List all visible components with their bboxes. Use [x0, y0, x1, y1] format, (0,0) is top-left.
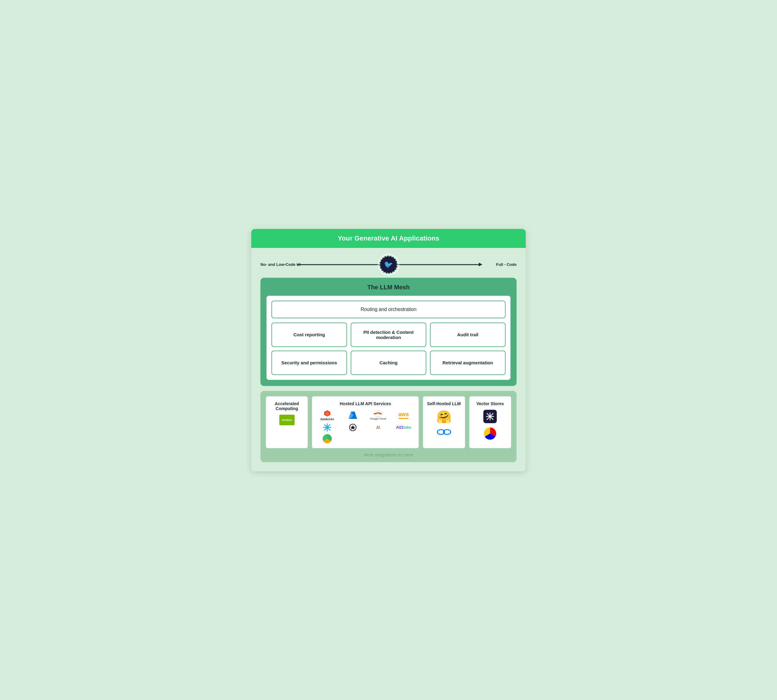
- grok-emoji: 🤗: [436, 410, 452, 424]
- azure-logo: [348, 411, 357, 420]
- routing-box: Routing and orchestration: [272, 301, 505, 318]
- aws-logo: aws: [398, 411, 409, 419]
- nvidia-logo: NVIDIA: [279, 415, 295, 426]
- openai-logo: [348, 423, 357, 432]
- vector-stores-title: Vector Stores: [473, 401, 507, 406]
- integrations-grid: Accelerated Computing NVIDIA: [265, 396, 512, 449]
- audit-trail-cell: Audit trail: [430, 323, 505, 347]
- cohere-logo: [323, 434, 332, 443]
- google-cloud-logo: Google Cloud: [370, 410, 386, 420]
- features-grid: Cost reporting PII detection & Content m…: [272, 323, 505, 375]
- integrations-section: Accelerated Computing NVIDIA: [260, 391, 517, 462]
- marqo-logo: [484, 410, 497, 423]
- self-hosted-box: Self-Hosted LLM 🤗: [422, 396, 465, 449]
- databricks-logo: databricks: [320, 410, 334, 421]
- spectrum-bar: No- and Low-Code UI 🐦 Full - Code: [260, 254, 517, 275]
- cost-reporting-cell: Cost reporting: [272, 323, 347, 347]
- main-container: Your Generative AI Applications No- and …: [251, 229, 526, 471]
- svg-rect-8: [377, 413, 379, 414]
- pii-detection-cell: PII detection & Content moderation: [351, 323, 426, 347]
- ai21-logo: AI21labs: [396, 425, 411, 430]
- svg-rect-9: [379, 413, 382, 414]
- more-integrations-text: More integrations to come: [265, 452, 512, 457]
- llm-mesh-title: The LLM Mesh: [267, 284, 510, 291]
- self-hosted-title: Self-Hosted LLM: [427, 401, 461, 406]
- vector-stores-box: Vector Stores: [469, 396, 512, 449]
- bird-logo-circle: 🐦: [379, 255, 398, 274]
- anthropic-logo: A\: [376, 425, 380, 430]
- spectrum-left-label: No- and Low-Code UI: [260, 262, 300, 267]
- svg-text:NVIDIA: NVIDIA: [282, 418, 292, 422]
- content-area: No- and Low-Code UI 🐦 Full - Code The LL…: [251, 248, 526, 471]
- multi-color-logo: [484, 427, 496, 440]
- meta-logo: [436, 428, 452, 437]
- hosted-title: Hosted LLM API Services: [316, 401, 415, 406]
- llm-mesh-section: The LLM Mesh Routing and orchestration C…: [260, 278, 517, 386]
- llm-mesh-white-box: Routing and orchestration Cost reporting…: [267, 296, 510, 380]
- retrieval-cell: Retrieval augmentation: [430, 351, 505, 375]
- perplexity-logo: [323, 423, 332, 432]
- top-header: Your Generative AI Applications: [251, 229, 526, 248]
- security-cell: Security and permissions: [272, 351, 347, 375]
- spectrum-right-label: Full - Code: [496, 262, 517, 267]
- page-title: Your Generative AI Applications: [257, 235, 520, 242]
- hosted-logos-grid: databricks: [316, 410, 415, 443]
- svg-rect-7: [374, 413, 376, 414]
- accelerated-computing-box: Accelerated Computing NVIDIA: [265, 396, 308, 449]
- caching-cell: Caching: [351, 351, 426, 375]
- hosted-llm-box: Hosted LLM API Services databricks: [311, 396, 419, 449]
- nvidia-eye-icon: NVIDIA: [279, 415, 295, 425]
- accelerated-title: Accelerated Computing: [270, 401, 304, 411]
- bird-icon: 🐦: [384, 260, 393, 269]
